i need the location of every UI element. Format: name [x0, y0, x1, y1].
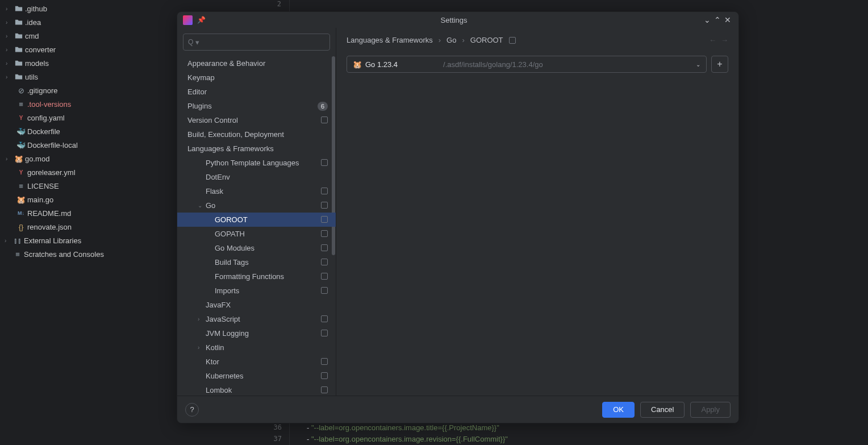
project-tree[interactable]: ›.github›.idea›cmd›converter›models›util…	[0, 0, 176, 445]
settings-item-label: Appearance & Behavior	[187, 59, 265, 68]
settings-item-label: Flask	[206, 187, 223, 196]
nav-forward-icon[interactable]: →	[721, 36, 728, 44]
scratches-consoles[interactable]: ≡ Scratches and Consoles	[0, 247, 176, 261]
tree-item[interactable]: ›models	[0, 56, 176, 70]
settings-tree-item[interactable]: Formatting Functions	[177, 269, 336, 284]
settings-tree-item[interactable]: JVM Logging	[177, 326, 336, 340]
settings-tree-item[interactable]: Keymap	[177, 70, 336, 85]
count-badge: 6	[318, 102, 328, 111]
settings-tree-item[interactable]: ⌄Go	[177, 198, 336, 213]
gopher-icon: 🐹	[353, 60, 362, 69]
settings-item-label: Formatting Functions	[215, 272, 284, 281]
tree-item[interactable]: ›.idea	[0, 15, 176, 29]
tree-item[interactable]: 🐳Dockerfile-local	[0, 138, 176, 152]
breadcrumb-current: GOROOT	[470, 36, 503, 44]
tree-item[interactable]: ›utils	[0, 70, 176, 84]
settings-tree-item[interactable]: Flask	[177, 184, 336, 198]
settings-tree-item[interactable]: Python Template Languages	[177, 156, 336, 170]
folder-icon	[14, 45, 24, 53]
cancel-button[interactable]: Cancel	[640, 402, 685, 418]
chevron-right-icon: ›	[462, 36, 464, 44]
search-icon: Q	[188, 38, 193, 46]
pin-icon[interactable]: 📌	[197, 16, 206, 24]
settings-tree-item[interactable]: ›Version Control	[177, 113, 336, 127]
settings-tree-item[interactable]: DotEnv	[177, 170, 336, 184]
tree-item[interactable]: 🐹main.go	[0, 193, 176, 206]
settings-tree-item[interactable]: GOPATH	[177, 227, 336, 241]
nav-back-icon[interactable]: ←	[709, 36, 716, 44]
docker-icon: 🐳	[16, 127, 26, 136]
chevron-icon: ›	[198, 316, 205, 322]
text-icon: ≡	[16, 182, 26, 190]
ok-button[interactable]: OK	[602, 402, 635, 418]
modal-title: Settings	[206, 16, 702, 24]
chevron-icon: ›	[6, 60, 14, 66]
folder-icon	[14, 5, 24, 13]
tree-item[interactable]: ≡LICENSE	[0, 179, 176, 193]
tree-item[interactable]: ›.github	[0, 2, 176, 15]
tree-item[interactable]: Ygoreleaser.yml	[0, 165, 176, 179]
yaml-icon: Y	[16, 169, 26, 176]
tree-item[interactable]: ›cmd	[0, 29, 176, 43]
project-scope-icon	[321, 117, 328, 124]
settings-tree-item[interactable]: ›Appearance & Behavior	[177, 56, 336, 70]
scratches-label: Scratches and Consoles	[23, 250, 104, 259]
settings-tree[interactable]: ›Appearance & BehaviorKeymap›EditorPlugi…	[177, 56, 336, 396]
tree-item-label: models	[24, 59, 49, 68]
apply-button: Apply	[690, 402, 731, 418]
line-number: 2	[250, 0, 289, 11]
settings-item-label: Kubernetes	[206, 372, 244, 380]
settings-tree-item[interactable]: Ktor	[177, 355, 336, 369]
tree-item-label: Dockerfile-local	[26, 141, 78, 149]
settings-tree-item[interactable]: ⌄Languages & Frameworks	[177, 142, 336, 156]
settings-item-label: Lombok	[206, 386, 232, 394]
settings-tree-item[interactable]: Imports	[177, 284, 336, 298]
settings-tree-item[interactable]: ›JavaScript	[177, 312, 336, 326]
settings-search-input[interactable]: Q ▾	[183, 34, 330, 51]
breadcrumb-item[interactable]: Go	[446, 36, 456, 44]
settings-modal: 📌 Settings ⌄ ⌃ ✕ Q ▾ ›Appearance & Behav…	[177, 11, 739, 423]
settings-item-label: Keymap	[187, 73, 215, 82]
tree-item[interactable]: {}renovate.json	[0, 220, 176, 234]
project-scope-icon	[321, 159, 328, 167]
settings-tree-item[interactable]: GOROOT	[177, 213, 336, 227]
modal-titlebar[interactable]: 📌 Settings ⌄ ⌃ ✕	[177, 12, 738, 28]
settings-tree-item[interactable]: Go Modules	[177, 241, 336, 255]
folder-icon	[14, 73, 24, 81]
chevron-icon: ⌄	[189, 145, 195, 152]
tree-item[interactable]: Yconfig.yaml	[0, 111, 176, 124]
external-libraries[interactable]: › ⫿⫿ External Libraries	[0, 234, 176, 247]
add-sdk-button[interactable]: +	[711, 56, 728, 73]
tree-item[interactable]: ›🐹go.mod	[0, 152, 176, 165]
yaml-icon: Y	[16, 115, 26, 121]
go-sdk-select[interactable]: 🐹 Go 1.23.4 /.asdf/installs/golang/1.23.…	[347, 56, 707, 73]
close-icon[interactable]: ✕	[723, 15, 733, 24]
maximize-icon[interactable]: ⌃	[712, 15, 723, 24]
search-caret: ▾	[195, 38, 199, 47]
tree-item[interactable]: M↓README.md	[0, 206, 176, 220]
tree-item-label: LICENSE	[26, 182, 59, 190]
project-scope-icon	[321, 287, 328, 295]
settings-item-label: JavaScript	[206, 315, 240, 323]
chevron-icon: ⌄	[198, 202, 205, 209]
minimize-icon[interactable]: ⌄	[702, 15, 712, 24]
settings-item-label: Ktor	[206, 357, 219, 366]
settings-tree-item[interactable]: Build Tags	[177, 255, 336, 269]
help-button[interactable]: ?	[185, 403, 199, 417]
settings-tree-item[interactable]: Kubernetes	[177, 369, 336, 383]
project-scope-icon	[321, 273, 328, 281]
settings-tree-item[interactable]: ›Editor	[177, 85, 336, 99]
tree-item[interactable]: 🐳Dockerfile	[0, 124, 176, 138]
folder-icon	[14, 32, 24, 40]
settings-tree-item[interactable]: ›Build, Execution, Deployment	[177, 127, 336, 142]
settings-tree-item[interactable]: Plugins6	[177, 99, 336, 113]
chevron-icon: ›	[6, 33, 14, 39]
tree-item[interactable]: ≡.tool-versions	[0, 97, 176, 111]
settings-tree-item[interactable]: JavaFX	[177, 298, 336, 312]
tree-item[interactable]: ⊘.gitignore	[0, 84, 176, 97]
settings-item-label: GOPATH	[215, 230, 245, 238]
tree-item[interactable]: ›converter	[0, 43, 176, 56]
settings-tree-item[interactable]: ›Kotlin	[177, 340, 336, 355]
breadcrumb-item[interactable]: Languages & Frameworks	[347, 36, 433, 44]
settings-tree-item[interactable]: Lombok	[177, 383, 336, 396]
